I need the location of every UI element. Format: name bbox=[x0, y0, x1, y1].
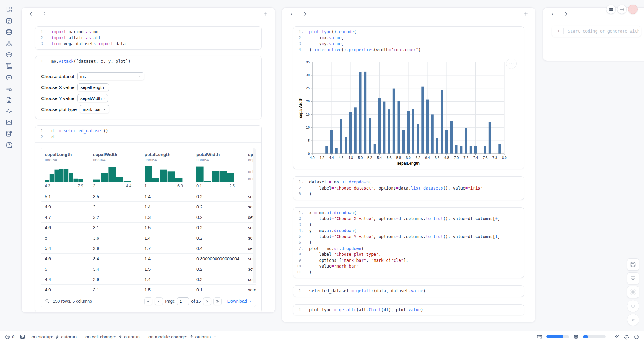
download-button[interactable]: Download bbox=[227, 299, 252, 304]
cell-plot[interactable]: 1⌄plot_type().encode(2 x=x.value,3 y=y.v… bbox=[293, 26, 524, 169]
settings-button[interactable] bbox=[617, 5, 627, 14]
file-tree-icon[interactable] bbox=[5, 6, 13, 13]
sitemap-icon[interactable] bbox=[5, 40, 13, 47]
terminal-icon[interactable] bbox=[20, 334, 25, 340]
cell-dataset-dropdown[interactable]: 1⌄dataset = mo.ui.dropdown(2 label="Choo… bbox=[293, 176, 524, 200]
column-histogram[interactable] bbox=[93, 165, 141, 183]
code-line[interactable]: 1df = selected_dataset() bbox=[35, 128, 261, 134]
code-line[interactable]: 4⌄y = mo.ui.dropdown( bbox=[293, 228, 524, 234]
code-editor[interactable]: 1import marimo as mo2import altair as al… bbox=[35, 27, 261, 49]
table-cell[interactable]: 0.4 bbox=[192, 243, 244, 254]
code-editor[interactable]: 1⌄plot_type().encode(2 x=x.value,3 y=y.v… bbox=[293, 27, 524, 55]
table-cell[interactable]: 5 bbox=[41, 264, 89, 274]
command-palette-button[interactable] bbox=[627, 286, 639, 298]
table-cell[interactable]: 1.5 bbox=[141, 264, 192, 274]
chevron-left-icon[interactable] bbox=[28, 11, 34, 16]
layout-button[interactable] bbox=[627, 272, 639, 284]
table-cell[interactable]: 1.3 bbox=[141, 212, 192, 223]
cell-empty[interactable]: 1 Start coding or generate with AI bbox=[552, 26, 641, 37]
table-cell[interactable]: 0.1 bbox=[192, 285, 244, 295]
code-line[interactable]: 1plot_type = getattr(alt.Chart(df), plot… bbox=[293, 307, 524, 313]
code-line[interactable]: 2df bbox=[35, 134, 261, 140]
chevron-right-icon[interactable] bbox=[564, 11, 569, 16]
fold-chevron-icon[interactable]: ⌄ bbox=[301, 29, 304, 35]
cell-selected-dataset[interactable]: 1selected_dataset = getattr(data, datase… bbox=[293, 285, 524, 297]
code-line[interactable]: 1⌄dataset = mo.ui.dropdown( bbox=[293, 179, 524, 185]
table-cell[interactable]: 1.5 bbox=[141, 223, 192, 233]
choose-dataset-select[interactable]: iris bbox=[77, 72, 144, 80]
code-line[interactable]: 3from vega_datasets import data bbox=[35, 41, 261, 47]
table-cell[interactable]: 1.5 bbox=[141, 285, 192, 295]
chevron-left-icon[interactable] bbox=[289, 11, 294, 16]
column-name[interactable]: sepalWidth bbox=[93, 152, 141, 157]
table-cell[interactable]: 1.7 bbox=[141, 243, 192, 254]
code-line[interactable]: 11) bbox=[293, 269, 524, 276]
table-cell[interactable]: 0.2 bbox=[192, 202, 244, 212]
code-line[interactable]: 1import marimo as mo bbox=[35, 29, 261, 35]
cell-dataframe[interactable]: 1df = selected_dataset()2df sepalLengthf… bbox=[35, 125, 262, 313]
table-cell[interactable]: 4.9 bbox=[41, 285, 89, 295]
cell-plot-type[interactable]: 1plot_type = getattr(alt.Chart(df), plot… bbox=[293, 304, 524, 316]
code-line[interactable]: 2 label="Choose dataset", options=data.l… bbox=[293, 185, 524, 191]
code-line[interactable]: 1selected_dataset = getattr(data, datase… bbox=[293, 288, 524, 294]
code-line[interactable]: 5 label="Choose Y value", options=df.col… bbox=[293, 234, 524, 240]
column-histogram[interactable] bbox=[145, 165, 192, 183]
code-line[interactable]: 3) bbox=[293, 191, 524, 197]
list-search-icon[interactable] bbox=[5, 85, 13, 92]
fold-chevron-icon[interactable]: ⌄ bbox=[301, 246, 304, 252]
table-cell[interactable]: 1.4 bbox=[141, 254, 192, 264]
table-cell[interactable]: 4.9 bbox=[41, 202, 89, 212]
table-cell[interactable]: 1.4 bbox=[141, 202, 192, 212]
table-cell[interactable]: 4.7 bbox=[41, 212, 89, 223]
fold-chevron-icon[interactable]: ⌄ bbox=[301, 210, 304, 216]
help-bubble-icon[interactable] bbox=[5, 141, 13, 148]
table-cell[interactable]: setosa bbox=[244, 285, 256, 295]
choose-y-value-select[interactable]: sepalWidth bbox=[77, 94, 108, 102]
next-page-button[interactable] bbox=[203, 297, 211, 305]
table-cell[interactable]: 3.4 bbox=[89, 254, 141, 264]
generate-link[interactable]: generate bbox=[607, 29, 627, 34]
code-editor[interactable]: 1df = selected_dataset()2df bbox=[35, 126, 261, 142]
table-cell[interactable]: 3.4 bbox=[89, 264, 141, 274]
first-page-button[interactable] bbox=[144, 297, 152, 305]
database-icon[interactable] bbox=[5, 29, 13, 36]
code-line[interactable]: 2 label="Choose X value", options=df.col… bbox=[293, 216, 524, 222]
table-cell[interactable]: 3.1 bbox=[89, 285, 141, 295]
chart-menu-button[interactable]: ⋯ bbox=[506, 59, 517, 69]
code-line[interactable]: 1⌄x = mo.ui.dropdown( bbox=[293, 210, 524, 216]
column-histogram[interactable] bbox=[45, 165, 89, 183]
chevron-right-icon[interactable] bbox=[42, 11, 47, 16]
table-cell[interactable]: 3.2 bbox=[89, 212, 141, 223]
code-editor[interactable]: 1selected_dataset = getattr(data, datase… bbox=[293, 286, 524, 297]
column-name[interactable]: sepalLength bbox=[45, 152, 89, 157]
close-panel-button[interactable] bbox=[628, 5, 638, 14]
run-config-item[interactable]: on startup:autorun bbox=[31, 334, 77, 339]
code-line[interactable]: 7⌄plot = mo.ui.dropdown( bbox=[293, 246, 524, 252]
table-cell[interactable]: 0.2 bbox=[192, 191, 244, 202]
run-config-item[interactable]: on cell change:autorun bbox=[85, 334, 140, 339]
code-line[interactable]: 4).interactive().properties(width="conta… bbox=[293, 47, 524, 53]
table-cell[interactable]: 5.1 bbox=[41, 191, 89, 202]
code-line[interactable]: 3) bbox=[293, 222, 524, 228]
stop-button[interactable] bbox=[627, 300, 639, 312]
support-icon[interactable] bbox=[624, 334, 629, 340]
box-icon[interactable] bbox=[5, 51, 13, 58]
chevron-left-icon[interactable] bbox=[550, 11, 555, 16]
choose-plot-type-select[interactable]: mark_bar bbox=[80, 105, 109, 113]
cell-vstack[interactable]: 1mo.vstack([dataset, x, y, plot]) Choose… bbox=[35, 56, 262, 119]
table-cell[interactable]: 4.4 bbox=[41, 274, 89, 285]
activity-icon[interactable] bbox=[5, 108, 13, 115]
table-cell[interactable]: 4.6 bbox=[41, 223, 89, 233]
table-cell[interactable]: 4.6 bbox=[41, 254, 89, 264]
add-cell-icon[interactable] bbox=[523, 11, 528, 16]
code-editor[interactable]: 1mo.vstack([dataset, x, y, plot]) bbox=[35, 56, 261, 67]
table-cell[interactable]: 0.3000000000000004 bbox=[192, 254, 244, 264]
altair-chart[interactable]: 4.04.24.44.64.85.05.25.45.65.86.06.26.46… bbox=[298, 59, 524, 166]
table-cell[interactable]: 3.1 bbox=[89, 223, 141, 233]
table-cell[interactable]: 5.4 bbox=[41, 243, 89, 254]
save-button[interactable] bbox=[627, 258, 639, 271]
choose-x-value-select[interactable]: sepalLength bbox=[77, 83, 109, 91]
code-editor[interactable]: 1plot_type = getattr(alt.Chart(df), plot… bbox=[293, 305, 524, 315]
code-line[interactable]: 1⌄plot_type().encode( bbox=[293, 29, 524, 35]
error-counter[interactable]: 0 bbox=[5, 334, 14, 340]
